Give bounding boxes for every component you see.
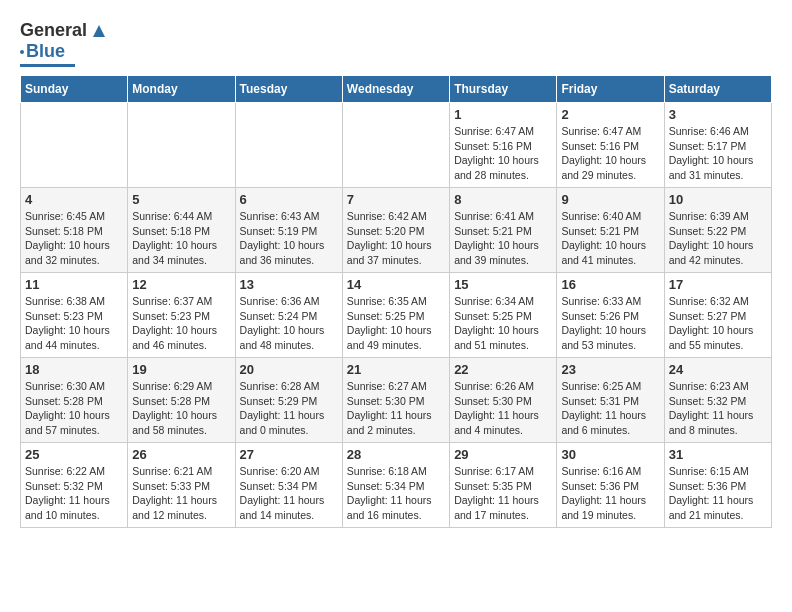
calendar-cell: 18Sunrise: 6:30 AM Sunset: 5:28 PM Dayli… xyxy=(21,358,128,443)
day-number: 12 xyxy=(132,277,230,292)
day-number: 14 xyxy=(347,277,445,292)
day-number: 30 xyxy=(561,447,659,462)
calendar-cell xyxy=(21,103,128,188)
day-number: 22 xyxy=(454,362,552,377)
day-number: 2 xyxy=(561,107,659,122)
calendar-cell: 10Sunrise: 6:39 AM Sunset: 5:22 PM Dayli… xyxy=(664,188,771,273)
day-info: Sunrise: 6:15 AM Sunset: 5:36 PM Dayligh… xyxy=(669,464,767,523)
day-info: Sunrise: 6:41 AM Sunset: 5:21 PM Dayligh… xyxy=(454,209,552,268)
calendar-cell: 30Sunrise: 6:16 AM Sunset: 5:36 PM Dayli… xyxy=(557,443,664,528)
calendar-cell: 2Sunrise: 6:47 AM Sunset: 5:16 PM Daylig… xyxy=(557,103,664,188)
calendar-week-2: 4Sunrise: 6:45 AM Sunset: 5:18 PM Daylig… xyxy=(21,188,772,273)
calendar-week-1: 1Sunrise: 6:47 AM Sunset: 5:16 PM Daylig… xyxy=(21,103,772,188)
day-number: 28 xyxy=(347,447,445,462)
calendar-cell: 13Sunrise: 6:36 AM Sunset: 5:24 PM Dayli… xyxy=(235,273,342,358)
calendar-cell: 22Sunrise: 6:26 AM Sunset: 5:30 PM Dayli… xyxy=(450,358,557,443)
day-info: Sunrise: 6:20 AM Sunset: 5:34 PM Dayligh… xyxy=(240,464,338,523)
day-info: Sunrise: 6:45 AM Sunset: 5:18 PM Dayligh… xyxy=(25,209,123,268)
day-info: Sunrise: 6:47 AM Sunset: 5:16 PM Dayligh… xyxy=(561,124,659,183)
calendar-week-5: 25Sunrise: 6:22 AM Sunset: 5:32 PM Dayli… xyxy=(21,443,772,528)
day-info: Sunrise: 6:30 AM Sunset: 5:28 PM Dayligh… xyxy=(25,379,123,438)
calendar-cell: 26Sunrise: 6:21 AM Sunset: 5:33 PM Dayli… xyxy=(128,443,235,528)
day-number: 16 xyxy=(561,277,659,292)
day-number: 27 xyxy=(240,447,338,462)
day-number: 31 xyxy=(669,447,767,462)
day-info: Sunrise: 6:36 AM Sunset: 5:24 PM Dayligh… xyxy=(240,294,338,353)
calendar-cell: 7Sunrise: 6:42 AM Sunset: 5:20 PM Daylig… xyxy=(342,188,449,273)
calendar-cell: 15Sunrise: 6:34 AM Sunset: 5:25 PM Dayli… xyxy=(450,273,557,358)
logo-blue: Blue xyxy=(26,41,65,62)
day-info: Sunrise: 6:21 AM Sunset: 5:33 PM Dayligh… xyxy=(132,464,230,523)
day-number: 4 xyxy=(25,192,123,207)
calendar-cell: 3Sunrise: 6:46 AM Sunset: 5:17 PM Daylig… xyxy=(664,103,771,188)
calendar-cell: 19Sunrise: 6:29 AM Sunset: 5:28 PM Dayli… xyxy=(128,358,235,443)
day-number: 18 xyxy=(25,362,123,377)
calendar-week-4: 18Sunrise: 6:30 AM Sunset: 5:28 PM Dayli… xyxy=(21,358,772,443)
day-info: Sunrise: 6:39 AM Sunset: 5:22 PM Dayligh… xyxy=(669,209,767,268)
day-info: Sunrise: 6:38 AM Sunset: 5:23 PM Dayligh… xyxy=(25,294,123,353)
day-number: 15 xyxy=(454,277,552,292)
day-number: 9 xyxy=(561,192,659,207)
calendar-cell: 9Sunrise: 6:40 AM Sunset: 5:21 PM Daylig… xyxy=(557,188,664,273)
calendar-cell: 28Sunrise: 6:18 AM Sunset: 5:34 PM Dayli… xyxy=(342,443,449,528)
calendar-cell: 12Sunrise: 6:37 AM Sunset: 5:23 PM Dayli… xyxy=(128,273,235,358)
calendar-cell: 16Sunrise: 6:33 AM Sunset: 5:26 PM Dayli… xyxy=(557,273,664,358)
day-info: Sunrise: 6:33 AM Sunset: 5:26 PM Dayligh… xyxy=(561,294,659,353)
day-number: 7 xyxy=(347,192,445,207)
calendar-cell: 5Sunrise: 6:44 AM Sunset: 5:18 PM Daylig… xyxy=(128,188,235,273)
day-info: Sunrise: 6:22 AM Sunset: 5:32 PM Dayligh… xyxy=(25,464,123,523)
day-info: Sunrise: 6:26 AM Sunset: 5:30 PM Dayligh… xyxy=(454,379,552,438)
calendar-cell: 6Sunrise: 6:43 AM Sunset: 5:19 PM Daylig… xyxy=(235,188,342,273)
calendar-cell: 1Sunrise: 6:47 AM Sunset: 5:16 PM Daylig… xyxy=(450,103,557,188)
day-info: Sunrise: 6:16 AM Sunset: 5:36 PM Dayligh… xyxy=(561,464,659,523)
calendar-cell: 25Sunrise: 6:22 AM Sunset: 5:32 PM Dayli… xyxy=(21,443,128,528)
day-info: Sunrise: 6:25 AM Sunset: 5:31 PM Dayligh… xyxy=(561,379,659,438)
day-info: Sunrise: 6:18 AM Sunset: 5:34 PM Dayligh… xyxy=(347,464,445,523)
header-saturday: Saturday xyxy=(664,76,771,103)
day-number: 13 xyxy=(240,277,338,292)
header-friday: Friday xyxy=(557,76,664,103)
day-number: 10 xyxy=(669,192,767,207)
day-number: 5 xyxy=(132,192,230,207)
day-info: Sunrise: 6:47 AM Sunset: 5:16 PM Dayligh… xyxy=(454,124,552,183)
logo-underline xyxy=(20,64,75,67)
day-number: 19 xyxy=(132,362,230,377)
logo-icon xyxy=(91,23,107,39)
day-info: Sunrise: 6:42 AM Sunset: 5:20 PM Dayligh… xyxy=(347,209,445,268)
calendar-cell: 17Sunrise: 6:32 AM Sunset: 5:27 PM Dayli… xyxy=(664,273,771,358)
calendar-cell: 23Sunrise: 6:25 AM Sunset: 5:31 PM Dayli… xyxy=(557,358,664,443)
calendar-cell xyxy=(128,103,235,188)
day-number: 1 xyxy=(454,107,552,122)
day-number: 11 xyxy=(25,277,123,292)
calendar-cell: 14Sunrise: 6:35 AM Sunset: 5:25 PM Dayli… xyxy=(342,273,449,358)
header-thursday: Thursday xyxy=(450,76,557,103)
calendar-cell: 21Sunrise: 6:27 AM Sunset: 5:30 PM Dayli… xyxy=(342,358,449,443)
calendar-cell: 8Sunrise: 6:41 AM Sunset: 5:21 PM Daylig… xyxy=(450,188,557,273)
calendar-header-row: SundayMondayTuesdayWednesdayThursdayFrid… xyxy=(21,76,772,103)
day-number: 8 xyxy=(454,192,552,207)
day-info: Sunrise: 6:29 AM Sunset: 5:28 PM Dayligh… xyxy=(132,379,230,438)
logo-general: General xyxy=(20,20,87,41)
day-info: Sunrise: 6:27 AM Sunset: 5:30 PM Dayligh… xyxy=(347,379,445,438)
logo: General Blue xyxy=(20,20,107,67)
day-info: Sunrise: 6:34 AM Sunset: 5:25 PM Dayligh… xyxy=(454,294,552,353)
day-info: Sunrise: 6:23 AM Sunset: 5:32 PM Dayligh… xyxy=(669,379,767,438)
calendar-cell: 29Sunrise: 6:17 AM Sunset: 5:35 PM Dayli… xyxy=(450,443,557,528)
day-info: Sunrise: 6:40 AM Sunset: 5:21 PM Dayligh… xyxy=(561,209,659,268)
calendar-week-3: 11Sunrise: 6:38 AM Sunset: 5:23 PM Dayli… xyxy=(21,273,772,358)
day-info: Sunrise: 6:46 AM Sunset: 5:17 PM Dayligh… xyxy=(669,124,767,183)
header-tuesday: Tuesday xyxy=(235,76,342,103)
calendar-cell: 11Sunrise: 6:38 AM Sunset: 5:23 PM Dayli… xyxy=(21,273,128,358)
page-header: General Blue xyxy=(20,20,772,67)
header-monday: Monday xyxy=(128,76,235,103)
day-info: Sunrise: 6:43 AM Sunset: 5:19 PM Dayligh… xyxy=(240,209,338,268)
day-number: 3 xyxy=(669,107,767,122)
day-info: Sunrise: 6:35 AM Sunset: 5:25 PM Dayligh… xyxy=(347,294,445,353)
day-info: Sunrise: 6:17 AM Sunset: 5:35 PM Dayligh… xyxy=(454,464,552,523)
day-number: 26 xyxy=(132,447,230,462)
day-info: Sunrise: 6:37 AM Sunset: 5:23 PM Dayligh… xyxy=(132,294,230,353)
calendar-cell xyxy=(342,103,449,188)
calendar-cell: 27Sunrise: 6:20 AM Sunset: 5:34 PM Dayli… xyxy=(235,443,342,528)
day-number: 24 xyxy=(669,362,767,377)
calendar-cell: 24Sunrise: 6:23 AM Sunset: 5:32 PM Dayli… xyxy=(664,358,771,443)
